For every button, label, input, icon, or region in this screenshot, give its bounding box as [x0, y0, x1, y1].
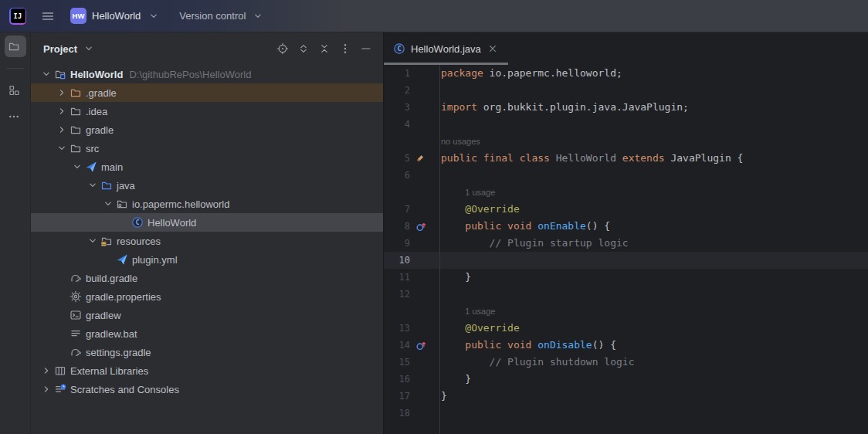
- override-gutter-icon[interactable]: [410, 221, 439, 232]
- project-widget[interactable]: HW HelloWorld: [70, 8, 164, 24]
- activity-bar-project-button[interactable]: [5, 36, 26, 57]
- options-button[interactable]: [339, 42, 351, 55]
- code-line-17[interactable]: 17}: [384, 388, 868, 405]
- tree-item-build-gradle[interactable]: build.gradle: [31, 269, 383, 287]
- tree-item-resources[interactable]: resources: [31, 232, 383, 250]
- code-text: // Plugin shutdown logic: [441, 354, 634, 371]
- code-line-10[interactable]: 10: [384, 252, 868, 269]
- twisty-spacer: [117, 216, 130, 229]
- collapse-all-button[interactable]: [318, 42, 331, 55]
- line-number: 8: [384, 218, 410, 235]
- scratches-icon: [54, 383, 66, 395]
- code-editor[interactable]: 1package io.papermc.helloworld;23import …: [384, 65, 868, 434]
- inlay-hint-row[interactable]: 1 usage: [384, 184, 868, 201]
- activity-bar-more-tool-windows-button[interactable]: [5, 106, 26, 127]
- tree-item-external-libraries[interactable]: External Libraries: [31, 361, 383, 380]
- project-panel-title[interactable]: Project: [43, 43, 77, 55]
- folder-icon: [8, 40, 20, 53]
- override-gutter-icon[interactable]: [410, 340, 439, 351]
- code-line-4[interactable]: 4: [384, 116, 868, 133]
- tree-item-java[interactable]: java: [31, 176, 383, 195]
- tree-item-label: build.gradle: [86, 273, 137, 284]
- code-text: @Override: [441, 320, 520, 337]
- chevron-down-icon: [147, 10, 160, 22]
- code-text: }: [441, 388, 447, 405]
- inlay-hint-row[interactable]: 1 usage: [384, 303, 868, 320]
- code-line-14[interactable]: 14 public void onDisable() {: [384, 337, 868, 354]
- twisty-spacer: [56, 272, 68, 284]
- chevron-right-icon[interactable]: [56, 124, 68, 136]
- plugin-gutter-icon[interactable]: [410, 154, 439, 164]
- activity-bar: [0, 32, 31, 434]
- tree-item-gradlew-bat[interactable]: gradlew.bat: [31, 324, 383, 343]
- code-line-8[interactable]: 8 public void onEnable() {: [384, 218, 868, 235]
- code-line-5[interactable]: 5public final class HelloWorld extends J…: [384, 150, 868, 167]
- expand-all-button[interactable]: [297, 42, 310, 55]
- editor-tab-helloworld-java[interactable]: C HelloWorld.java: [384, 32, 508, 65]
- vcs-widget[interactable]: Version control: [179, 10, 268, 22]
- chevron-down-icon[interactable]: [102, 198, 114, 210]
- chevron-down-icon[interactable]: [71, 161, 83, 173]
- main-menu-button[interactable]: [39, 10, 57, 22]
- chevron-right-icon[interactable]: [56, 105, 68, 117]
- tree-item-label: src: [86, 143, 99, 154]
- twisty-spacer: [56, 327, 68, 340]
- tree-item-helloworld[interactable]: CHelloWorld: [31, 213, 383, 232]
- tree-item-scratches-and-consoles[interactable]: Scratches and Consoles: [31, 380, 383, 398]
- activity-bar-structure-button[interactable]: [5, 80, 26, 101]
- code-line-11[interactable]: 11 }: [384, 269, 868, 286]
- line-number: 3: [384, 99, 410, 116]
- tree-item-label: gradle.properties: [86, 291, 161, 303]
- folder-icon: [70, 124, 82, 136]
- tree-item-io-papermc-helloworld[interactable]: io.papermc.helloworld: [31, 195, 383, 213]
- line-number: 16: [384, 371, 410, 388]
- code-line-18[interactable]: 18: [384, 405, 868, 422]
- tree-item-gradle[interactable]: gradle: [31, 120, 383, 139]
- chevron-right-icon[interactable]: [56, 86, 68, 99]
- paper-plane-icon: [85, 161, 97, 173]
- text-file-icon: [70, 327, 82, 340]
- chevron-down-icon[interactable]: [56, 142, 68, 154]
- chevron-right-icon[interactable]: [40, 364, 53, 377]
- tree-item-label: .gradle: [86, 87, 117, 99]
- tree-item-gradlew[interactable]: gradlew: [31, 306, 383, 324]
- tree-item-main[interactable]: main: [31, 158, 383, 176]
- tree-item-label: HelloWorld: [70, 69, 123, 80]
- code-line-16[interactable]: 16 }: [384, 371, 868, 388]
- vcs-widget-label: Version control: [179, 10, 246, 22]
- code-line-7[interactable]: 7 @Override: [384, 201, 868, 218]
- tree-item-label: settings.gradle: [86, 347, 151, 358]
- chevron-down-icon[interactable]: [40, 68, 53, 80]
- chevron-down-icon[interactable]: [83, 42, 95, 55]
- project-tool-window: Project HelloWorldD:\githubRePos\HelloWo…: [31, 32, 383, 434]
- tree-item-src[interactable]: src: [31, 139, 383, 158]
- line-number: 13: [384, 320, 410, 337]
- code-line-9[interactable]: 9 // Plugin startup logic: [384, 235, 868, 252]
- code-line-3[interactable]: 3import org.bukkit.plugin.java.JavaPlugi…: [384, 99, 868, 116]
- code-line-2[interactable]: 2: [384, 82, 868, 99]
- hide-button[interactable]: [360, 42, 372, 55]
- close-icon[interactable]: [487, 42, 499, 55]
- code-line-6[interactable]: 6: [384, 167, 868, 184]
- tree-item-idea[interactable]: .idea: [31, 102, 383, 120]
- gear-icon: [70, 290, 82, 303]
- code-line-15[interactable]: 15 // Plugin shutdown logic: [384, 354, 868, 371]
- code-line-13[interactable]: 13 @Override: [384, 320, 868, 337]
- chevron-down-icon[interactable]: [86, 179, 99, 192]
- ide-window: IJ HW HelloWorld Version control Project…: [0, 0, 868, 434]
- code-line-12[interactable]: 12: [384, 286, 868, 303]
- locate-button[interactable]: [276, 42, 289, 55]
- inlay-hint-row[interactable]: no usages: [384, 133, 868, 150]
- tree-item-helloworld[interactable]: HelloWorldD:\githubRePos\HelloWorld: [31, 65, 383, 83]
- code-line-1[interactable]: 1package io.papermc.helloworld;: [384, 65, 868, 82]
- chevron-right-icon[interactable]: [40, 383, 53, 395]
- twisty-spacer: [102, 253, 114, 266]
- tree-item-gradle[interactable]: .gradle: [31, 83, 383, 102]
- line-number: 15: [384, 354, 410, 371]
- tree-item-plugin-yml[interactable]: plugin.yml: [31, 250, 383, 269]
- tree-item-settings-gradle[interactable]: settings.gradle: [31, 343, 383, 361]
- chevron-down-icon[interactable]: [86, 235, 99, 247]
- tree-item-gradle-properties[interactable]: gradle.properties: [31, 287, 383, 306]
- inlay-hint: no usages: [441, 133, 480, 150]
- folder-icon: [70, 142, 82, 154]
